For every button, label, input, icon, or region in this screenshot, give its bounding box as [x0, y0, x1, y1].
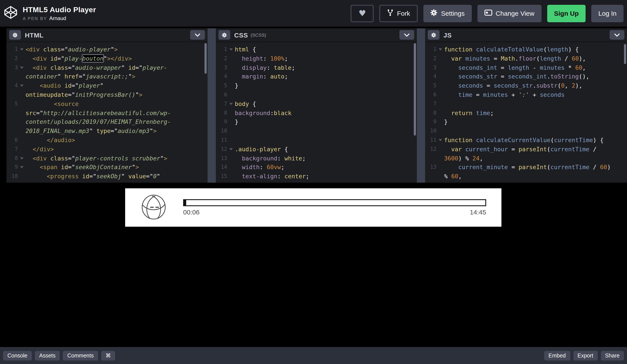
code-line[interactable]: 6 [216, 90, 417, 99]
code-line[interactable]: 9} [216, 117, 417, 127]
code-token: initProgressBar() [75, 91, 135, 98]
code-line[interactable]: 14 width: 60vw; [216, 163, 417, 172]
console-button[interactable]: Console [3, 351, 32, 360]
code-line[interactable]: content/uploads/2019/07/HEIMAT_Ehrenberg… [6, 117, 207, 127]
fold-arrow-icon[interactable] [227, 45, 235, 54]
js-scrollbar-thumb[interactable] [624, 44, 626, 64]
code-line[interactable]: 6 time = minutes + ':' + seconds [425, 90, 627, 99]
code-line[interactable]: 7 [425, 99, 627, 108]
fold-arrow-icon[interactable] [436, 45, 444, 54]
share-button[interactable]: Share [601, 351, 624, 360]
play-button-icon[interactable] [141, 194, 166, 221]
line-number: 3 [6, 63, 18, 72]
code-line[interactable]: 11 [216, 136, 417, 145]
code-line[interactable]: 7 </div> [6, 145, 207, 154]
html-scrollbar-thumb[interactable] [204, 43, 207, 74]
code-line[interactable]: 13 current_minute = parseInt(currentTime… [425, 163, 627, 172]
fold-arrow-icon[interactable] [18, 163, 26, 172]
code-line[interactable]: 8background:black [216, 108, 417, 117]
code-line[interactable]: 1<div class="audio-player"> [6, 45, 207, 54]
byline-prefix: A PEN BY [23, 16, 47, 21]
code-token: ), [575, 82, 582, 89]
fold-arrow-icon[interactable] [18, 81, 26, 90]
code-line[interactable]: 9 <span id="seekObjContainer"> [6, 163, 207, 172]
code-token: ( [557, 82, 561, 89]
code-line[interactable]: 2018_FINAL_new.mp3" type="audio/mp3"> [6, 126, 207, 136]
code-token: ; [302, 155, 306, 161]
code-line[interactable]: 3 seconds_int = length - minutes * 60, [425, 63, 627, 72]
assets-button[interactable]: Assets [35, 351, 60, 360]
like-button[interactable]: ♥ [351, 4, 374, 22]
code-line[interactable]: 10 <progress id="seekObj" value="0" [6, 172, 207, 181]
code-line[interactable]: 3600) % 24, [425, 154, 627, 163]
fold-arrow-icon[interactable] [227, 145, 235, 154]
code-token: play- [64, 55, 82, 62]
log-in-button[interactable]: Log In [591, 4, 624, 22]
code-line[interactable]: 1html { [216, 45, 417, 54]
line-number: 2 [216, 54, 227, 63]
code-line[interactable]: 3 <div class="audio-wrapper" id="player- [6, 63, 207, 72]
code-line[interactable]: src="http://allcitiesarebeautiful.com/wp… [6, 108, 207, 117]
code-line[interactable]: 5} [216, 81, 417, 90]
html-code-editor[interactable]: 1<div class="audio-player">2 <div id="pl… [6, 42, 207, 183]
code-token: calculateTotalValue [476, 46, 543, 53]
panel-resizer[interactable] [417, 28, 425, 183]
code-line[interactable]: 5 seconds = seconds_str.substr(0, 2), [425, 81, 627, 90]
fold-arrow-icon[interactable] [18, 45, 26, 54]
code-line[interactable]: 5 <source [6, 99, 207, 108]
fork-button[interactable]: Fork [379, 4, 418, 22]
code-token: =" [135, 64, 143, 71]
html-settings-button[interactable] [9, 30, 21, 40]
fold-arrow-icon[interactable] [18, 63, 26, 72]
code-line[interactable]: 2 var minutes = Math.floor(length / 60), [425, 54, 627, 63]
change-view-button[interactable]: Change View [477, 4, 541, 22]
author-link[interactable]: Arnaud [49, 15, 66, 21]
js-collapse-button[interactable] [610, 30, 624, 40]
embed-button[interactable]: Embed [544, 351, 570, 360]
code-line[interactable]: 4 <audio id="player" [6, 81, 207, 90]
code-line[interactable]: container" href="javascript:;"> [6, 72, 207, 81]
fold-arrow-icon[interactable] [18, 154, 26, 163]
js-settings-button[interactable] [428, 30, 439, 40]
comments-button[interactable]: Comments [63, 351, 98, 360]
code-token: seconds_int [444, 64, 497, 71]
code-line[interactable]: % 60, [425, 172, 627, 181]
code-line[interactable]: 13 background: white; [216, 154, 417, 163]
gutter-spacer [227, 154, 235, 163]
code-line[interactable]: 8 return time; [425, 108, 627, 117]
code-line[interactable]: 12 var current_hour = parseInt(currentTi… [425, 145, 627, 154]
css-scrollbar-thumb[interactable] [414, 43, 416, 136]
export-button[interactable]: Export [573, 351, 598, 360]
panel-resizer[interactable] [207, 28, 216, 183]
css-settings-button[interactable] [218, 30, 230, 40]
html-collapse-button[interactable] [190, 30, 205, 40]
progress-bar[interactable] [183, 199, 486, 206]
code-line[interactable]: 8 <div class="player-controls scrubber"> [6, 154, 207, 163]
code-line[interactable]: 3 display: table; [216, 63, 417, 72]
code-line[interactable]: 9} [425, 117, 627, 127]
code-line[interactable]: 10 [425, 126, 627, 136]
sign-up-button[interactable]: Sign Up [547, 4, 586, 22]
code-line[interactable]: 15 text-align: center; [216, 172, 417, 181]
fold-arrow-icon[interactable] [436, 136, 444, 145]
fold-arrow-icon[interactable] [227, 99, 235, 108]
code-line[interactable]: 7body { [216, 99, 417, 108]
js-code-editor[interactable]: 1function calculateTotalValue(length) {2… [425, 42, 627, 183]
code-line[interactable]: 2 height: 100%; [216, 54, 417, 63]
code-line[interactable]: 10 [216, 126, 417, 136]
code-line[interactable]: 11function calculateCurrentValue(current… [425, 136, 627, 145]
codepen-logo-icon[interactable] [4, 6, 17, 21]
css-code-editor[interactable]: 1html {2 height: 100%;3 display: table;4… [216, 42, 417, 183]
keyboard-shortcuts-button[interactable]: ⌘ [101, 351, 115, 360]
gutter-spacer [436, 163, 444, 172]
code-token: class [43, 46, 61, 53]
code-line[interactable]: 4 seconds_str = seconds_int.toString(), [425, 72, 627, 81]
code-line[interactable]: ontimeupdate="initProgressBar()"> [6, 90, 207, 99]
code-line[interactable]: 2 <div id="play-bouton"></div> [6, 54, 207, 63]
code-line[interactable]: 4 margin: auto; [216, 72, 417, 81]
css-collapse-button[interactable] [399, 30, 414, 40]
code-line[interactable]: 1function calculateTotalValue(length) { [425, 45, 627, 54]
settings-button[interactable]: Settings [423, 4, 471, 22]
code-line[interactable]: 6 </audio> [6, 136, 207, 145]
code-line[interactable]: 12.audio-player { [216, 145, 417, 154]
